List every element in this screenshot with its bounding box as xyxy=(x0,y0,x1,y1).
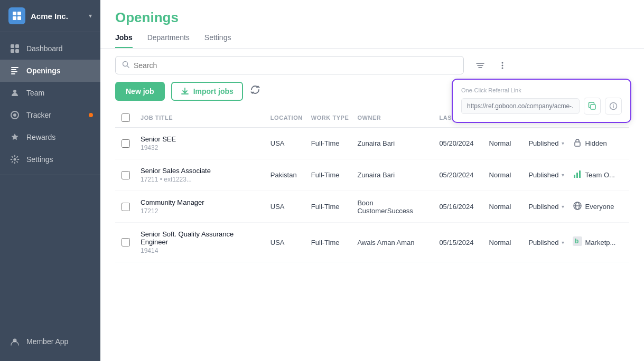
svg-rect-6 xyxy=(11,49,14,53)
sidebar-item-team[interactable]: Team xyxy=(0,82,100,104)
sidebar-item-openings[interactable]: Openings xyxy=(0,60,100,82)
svg-point-23 xyxy=(502,64,503,66)
job-urgency-1: Normal xyxy=(485,159,525,191)
job-title-3: Senior Soft. Quality Assurance Engineer xyxy=(141,230,262,246)
sidebar-divider xyxy=(0,175,100,175)
job-location-1: Pakistan xyxy=(266,159,307,191)
job-worktype-2: Full-Time xyxy=(307,191,353,223)
more-options-icon-btn[interactable] xyxy=(493,56,511,74)
member-app-icon xyxy=(10,336,20,347)
select-all-checkbox[interactable] xyxy=(122,113,130,122)
search-input[interactable] xyxy=(134,61,457,70)
col-header-work-type: WORK TYPE xyxy=(307,108,353,128)
toolbar-icons xyxy=(471,56,511,74)
job-title-2: Community Manager xyxy=(141,198,262,206)
svg-rect-8 xyxy=(11,67,18,68)
job-sharing-scope-1: Team O... xyxy=(573,169,625,181)
sidebar-bottom: Member App xyxy=(0,325,100,361)
sidebar-item-member-app[interactable]: Member App xyxy=(0,330,100,353)
svg-rect-1 xyxy=(17,12,21,15)
svg-point-28 xyxy=(613,104,614,105)
tab-jobs[interactable]: Jobs xyxy=(115,33,133,48)
referral-info-button[interactable] xyxy=(605,98,622,115)
job-id-0: 19432 xyxy=(141,144,262,151)
svg-point-22 xyxy=(502,62,503,63)
sharing-scope-label-1: Team O... xyxy=(585,171,615,179)
sidebar-header[interactable]: Acme Inc. ▾ xyxy=(0,0,100,32)
action-row: New job Import jobs One-Click Referral L… xyxy=(100,82,644,108)
sidebar-item-member-app-label: Member App xyxy=(26,337,68,346)
search-icon xyxy=(122,61,129,70)
sidebar-item-rewards[interactable]: Rewards xyxy=(0,126,100,148)
col-header-location: LOCATION xyxy=(266,108,307,128)
sharing-scope-label-2: Everyone xyxy=(585,203,614,211)
job-last-edited-1: 05/20/2024 xyxy=(435,159,484,191)
referral-label: One-Click Referral Link xyxy=(461,87,622,93)
svg-rect-32 xyxy=(579,170,581,178)
sidebar-item-tracker-label: Tracker xyxy=(26,111,51,119)
row-checkbox-0[interactable] xyxy=(122,139,130,148)
job-owner-3: Awais Aman Aman xyxy=(353,223,435,262)
svg-rect-2 xyxy=(13,16,16,20)
job-worktype-1: Full-Time xyxy=(307,159,353,191)
job-last-edited-2: 05/16/2024 xyxy=(435,191,484,223)
new-job-button[interactable]: New job xyxy=(115,82,165,101)
jobs-table-container: JOB TITLE LOCATION WORK TYPE OWNER LAST … xyxy=(100,108,644,361)
job-status-3[interactable]: Published ▾ xyxy=(528,239,564,246)
sidebar-item-settings[interactable]: Settings xyxy=(0,148,100,170)
job-title-0: Senior SEE xyxy=(141,135,262,143)
import-jobs-button[interactable]: Import jobs xyxy=(171,82,243,101)
jobs-table: JOB TITLE LOCATION WORK TYPE OWNER LAST … xyxy=(115,108,629,262)
tab-settings[interactable]: Settings xyxy=(204,33,231,48)
sharing-icon-0 xyxy=(573,138,582,149)
job-last-edited-3: 05/15/2024 xyxy=(435,223,484,262)
sidebar-item-openings-label: Openings xyxy=(26,66,61,75)
openings-icon xyxy=(10,65,20,76)
referral-url-input[interactable] xyxy=(461,98,580,114)
row-checkbox-3[interactable] xyxy=(122,238,130,246)
job-location-2: USA xyxy=(266,191,307,223)
sharing-scope-label-3: Marketp... xyxy=(585,239,616,246)
settings-icon xyxy=(10,154,20,165)
search-bar[interactable] xyxy=(115,56,464,74)
sharing-icon-3: b xyxy=(573,236,582,248)
row-checkbox-1[interactable] xyxy=(122,171,130,179)
job-owner-2: Boon CustomerSuccess xyxy=(353,191,435,223)
svg-rect-31 xyxy=(576,173,578,178)
svg-rect-29 xyxy=(575,142,580,146)
job-sharing-scope-2: Everyone xyxy=(573,201,625,213)
dashboard-icon xyxy=(10,43,20,54)
sharing-scope-label-0: Hidden xyxy=(585,139,607,147)
row-checkbox-2[interactable] xyxy=(122,203,130,211)
svg-rect-0 xyxy=(13,12,16,15)
toolbar xyxy=(100,49,644,82)
referral-copy-button[interactable] xyxy=(584,98,601,115)
job-owner-1: Zunaira Bari xyxy=(353,159,435,191)
chevron-down-icon: ▾ xyxy=(89,12,92,20)
svg-rect-30 xyxy=(574,175,575,178)
sidebar-item-tracker[interactable]: Tracker xyxy=(0,104,100,126)
job-worktype-3: Full-Time xyxy=(307,223,353,262)
job-owner-0: Zunaira Bari xyxy=(353,128,435,159)
job-title-1: Senior Sales Associate xyxy=(141,167,262,175)
job-status-1[interactable]: Published ▾ xyxy=(528,171,564,179)
tracker-notification-dot xyxy=(89,113,93,117)
job-id-3: 19414 xyxy=(141,247,262,254)
main-header: Openings Jobs Departments Settings xyxy=(100,0,644,49)
svg-text:b: b xyxy=(575,238,578,245)
status-chevron-icon-3: ▾ xyxy=(562,240,564,245)
tab-departments[interactable]: Departments xyxy=(147,33,190,48)
job-location-0: USA xyxy=(266,128,307,159)
col-header-owner: OWNER xyxy=(353,108,435,128)
filter-icon-btn[interactable] xyxy=(471,56,489,74)
job-urgency-0: Normal xyxy=(485,128,525,159)
page-title: Openings xyxy=(115,10,629,26)
refresh-icon-btn[interactable] xyxy=(249,84,261,99)
team-icon xyxy=(10,88,20,98)
table-row: Senior SEE 19432 USA Full-Time Zunaira B… xyxy=(115,128,629,159)
job-status-2[interactable]: Published ▾ xyxy=(528,203,564,211)
sidebar-item-dashboard[interactable]: Dashboard xyxy=(0,37,100,60)
rewards-icon xyxy=(10,132,20,142)
tabs: Jobs Departments Settings xyxy=(115,33,629,48)
job-status-0[interactable]: Published ▾ xyxy=(528,139,564,147)
